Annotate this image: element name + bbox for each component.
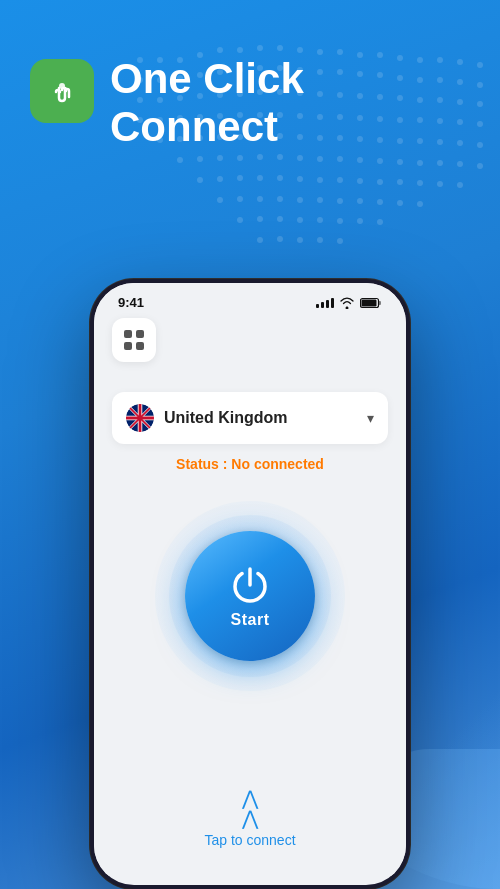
svg-point-120 (237, 196, 243, 202)
app-content: United Kingdom ▾ Status : No connected (94, 314, 406, 876)
touch-icon (43, 72, 81, 110)
power-icon (228, 563, 272, 607)
battery-icon (360, 297, 382, 309)
svg-rect-145 (379, 301, 382, 305)
svg-point-105 (197, 177, 203, 183)
country-name: United Kingdom (164, 409, 288, 427)
svg-point-122 (277, 196, 283, 202)
svg-point-133 (297, 217, 303, 223)
svg-point-118 (457, 182, 463, 188)
svg-point-117 (437, 181, 443, 187)
svg-point-129 (417, 201, 423, 207)
svg-point-137 (377, 219, 383, 225)
svg-point-111 (317, 177, 323, 183)
status-bar: 9:41 (94, 283, 406, 314)
svg-point-138 (257, 237, 263, 243)
svg-point-119 (217, 197, 223, 203)
svg-point-130 (237, 217, 243, 223)
svg-point-124 (317, 197, 323, 203)
svg-point-115 (397, 179, 403, 185)
svg-point-140 (297, 237, 303, 243)
svg-point-107 (237, 175, 243, 181)
svg-rect-146 (362, 299, 377, 306)
phone-screen: 9:41 (94, 283, 406, 885)
wifi-icon (339, 297, 355, 309)
app-icon (30, 59, 94, 123)
svg-point-136 (357, 218, 363, 224)
svg-point-114 (377, 179, 383, 185)
svg-point-121 (257, 196, 263, 202)
svg-point-106 (217, 176, 223, 182)
svg-point-110 (297, 176, 303, 182)
svg-point-127 (377, 199, 383, 205)
uk-flag-icon (126, 404, 154, 432)
power-button-area: Start (150, 496, 350, 696)
svg-point-126 (357, 198, 363, 204)
chevron-down-icon: ▾ (367, 410, 374, 426)
app-title: One Click Connect (110, 55, 304, 152)
phone-frame: 9:41 (90, 279, 410, 889)
svg-point-116 (417, 180, 423, 186)
power-button[interactable]: Start (185, 531, 315, 661)
phone-mockup: 9:41 (90, 279, 410, 889)
country-left: United Kingdom (126, 404, 288, 432)
chevrons-up-icon: ⋀⋀ (242, 788, 258, 828)
header: One Click Connect (0, 0, 500, 172)
svg-point-128 (397, 200, 403, 206)
svg-point-134 (317, 217, 323, 223)
grid-dots-icon (124, 330, 144, 350)
svg-point-123 (297, 197, 303, 203)
svg-point-142 (337, 238, 343, 244)
svg-point-135 (337, 218, 343, 224)
svg-point-109 (277, 175, 283, 181)
tap-to-connect[interactable]: ⋀⋀ Tap to connect (204, 788, 295, 848)
start-label: Start (231, 611, 270, 629)
svg-point-108 (257, 175, 263, 181)
svg-point-132 (277, 216, 283, 222)
svg-point-112 (337, 177, 343, 183)
menu-button[interactable] (112, 318, 156, 362)
svg-point-141 (317, 237, 323, 243)
connection-status: No connected (231, 456, 324, 472)
tap-connect-label: Tap to connect (204, 832, 295, 848)
signal-bars-icon (316, 298, 334, 308)
country-selector[interactable]: United Kingdom ▾ (112, 392, 388, 444)
svg-point-125 (337, 198, 343, 204)
status-icons (316, 297, 382, 309)
svg-point-131 (257, 216, 263, 222)
svg-point-139 (277, 236, 283, 242)
svg-point-113 (357, 178, 363, 184)
status-time: 9:41 (118, 295, 144, 310)
status-text: Status : No connected (176, 456, 324, 472)
header-text: One Click Connect (110, 55, 304, 152)
